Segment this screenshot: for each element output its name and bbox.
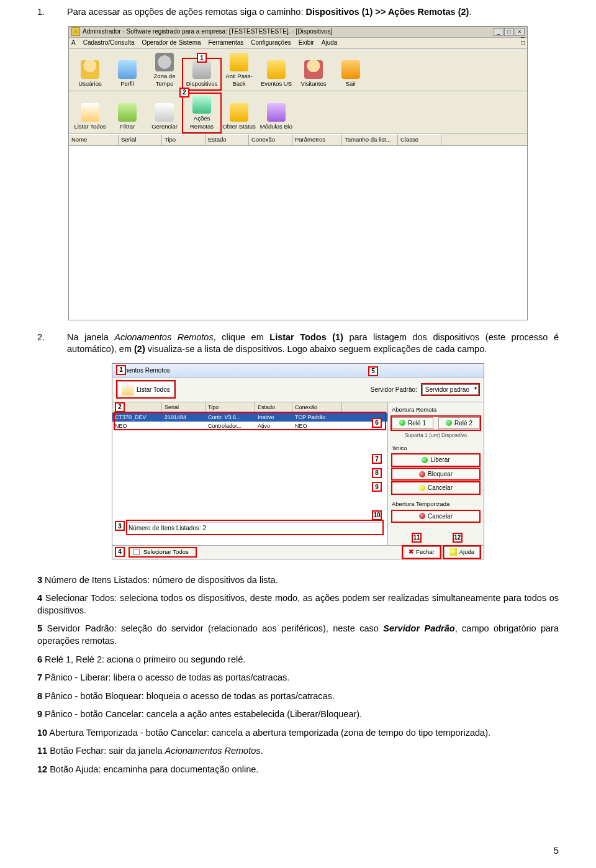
grid-body	[69, 146, 527, 320]
tb-filtrar[interactable]: Filtrar	[109, 102, 146, 132]
callout-d2: 2	[115, 402, 125, 412]
maximize-button[interactable]: □	[504, 28, 514, 36]
hl-fechar	[402, 545, 441, 559]
menu-operador[interactable]: Operador de Sistema	[142, 38, 201, 47]
highlight-2	[182, 93, 222, 133]
desc-8: 8 Pânico - botão Bloquear: bloqueia o ac…	[37, 690, 559, 703]
tb-status[interactable]: Obter Status	[220, 102, 258, 132]
exit-icon	[341, 60, 360, 79]
profile-icon	[118, 60, 137, 79]
dialog-statusbar: 4 Selecionar Todos 11 ✖Fechar 12 Ajuda	[112, 545, 484, 559]
bloquear-button[interactable]: Bloquear	[392, 468, 480, 481]
col-estado[interactable]: Estado	[205, 134, 249, 145]
menu-ferramentas[interactable]: Ferramentas	[209, 38, 244, 47]
step-1-suffix: .	[469, 7, 471, 17]
callout-d12: 12	[453, 533, 463, 543]
minimize-button[interactable]: _	[494, 28, 503, 36]
menu-exibir[interactable]: Exibir	[299, 38, 314, 47]
desc-12: 12 Botão Ajuda: encaminha para documenta…	[37, 764, 559, 776]
cancelar-panico-button[interactable]: Cancelar	[392, 482, 480, 494]
desc-11: 11 Botão Fechar: sair da janela Acioname…	[37, 745, 559, 757]
tb-perfil[interactable]: Perfil	[109, 59, 146, 89]
timezone-icon	[155, 53, 174, 71]
col-param[interactable]: Parâmetros	[292, 134, 342, 145]
tb-sair[interactable]: Sair	[332, 59, 369, 89]
tb-visitantes[interactable]: Visitantes	[295, 59, 332, 89]
callout-1: 1	[197, 53, 207, 63]
events-icon	[267, 60, 286, 79]
dialog-toolbar: Listar Todos Servidor Padrão: Servidor p…	[112, 377, 484, 402]
col-serial[interactable]: Serial	[119, 134, 162, 145]
tb-zona[interactable]: Zona de Tempo	[146, 52, 183, 90]
tb-listar[interactable]: Listar Todos	[71, 102, 109, 132]
col-tipo[interactable]: Tipo	[162, 134, 205, 145]
panico-label: 'ânico	[392, 445, 481, 453]
abertura-temporizada-label: Abertura Temporizada	[392, 500, 481, 509]
desc-10: 10 Abertura Temporizada - botão Cancelar…	[37, 727, 559, 739]
col-classe[interactable]: Classe	[398, 134, 441, 145]
step-2: 2. Na janela Acionamentos Remotos, cliqu…	[37, 332, 559, 356]
device-grid: 2 me Serial Tipo Estado Conexão CT370_DE…	[112, 402, 387, 545]
menu-config[interactable]: Configurações	[251, 38, 291, 47]
window-title: Administrador - Software registrado para…	[83, 27, 494, 36]
col-nome[interactable]: Nome	[69, 134, 119, 145]
col2-conexao[interactable]: Conexão	[292, 402, 342, 412]
tb-acoes-remotas[interactable]: Ações Remotas 2	[183, 94, 220, 132]
desc-5: 5 Servidor Padrão: seleção do servidor (…	[37, 623, 559, 647]
filter-icon	[118, 103, 137, 122]
toolbar-row-1: Usuários Perfil Zona de Tempo Dispositiv…	[69, 49, 527, 92]
col2-estado[interactable]: Estado	[255, 402, 292, 412]
tb-eventos[interactable]: Eventos US	[258, 59, 295, 89]
mdi-minimize[interactable]: _	[521, 30, 525, 39]
apb-icon	[230, 53, 248, 71]
app-icon-inner: A	[71, 38, 76, 47]
desc-6: 6 Relé 1, Relé 2: aciona o primeiro ou s…	[37, 654, 559, 666]
cancelar-temp-button[interactable]: Cancelar	[392, 510, 480, 523]
menu-ajuda[interactable]: Ajuda	[322, 38, 338, 47]
tb-modulos[interactable]: Módulos Bio	[258, 102, 295, 132]
manage-icon	[155, 103, 174, 122]
num-itens-area: 3 Número de Itens Listados: 2	[116, 522, 384, 533]
tb-usuarios[interactable]: Usuários	[71, 59, 109, 89]
liberar-button[interactable]: Liberar	[392, 454, 480, 466]
hl-seltodos	[129, 547, 197, 558]
callout-d9: 9	[372, 482, 382, 492]
callout-d3: 3	[115, 521, 125, 531]
status-icon	[230, 103, 248, 122]
listar-todos-button[interactable]: Listar Todos	[117, 381, 174, 397]
col2-serial[interactable]: Serial	[162, 402, 205, 412]
callout-d5: 5	[368, 366, 378, 376]
col-conexao[interactable]: Conexão	[249, 134, 292, 145]
callout-d11: 11	[412, 533, 422, 543]
support-note: Suporta 1 (um) Dispositivo	[391, 431, 481, 443]
hl-cancelar	[391, 481, 481, 495]
step-1-num: 1.	[37, 6, 50, 19]
col2-tipo[interactable]: Tipo	[205, 402, 255, 412]
list-all-icon	[81, 103, 99, 122]
callout-d8: 8	[372, 468, 382, 478]
hl-numitens	[126, 520, 384, 535]
hl-rows	[114, 412, 386, 430]
step-1: 1. Para acessar as opções de ações remot…	[37, 6, 559, 19]
step-1-text: Para acessar as opções de ações remotas …	[67, 6, 559, 19]
screenshot-remotos-dialog: namentos Remotos 1 Listar Todos Servidor…	[112, 363, 484, 559]
tb-gerenciar[interactable]: Gerenciar	[146, 102, 183, 132]
servidor-padrao-select[interactable]: Servidor padrao	[422, 384, 479, 396]
modules-icon	[267, 103, 286, 122]
callout-d6: 6	[372, 418, 382, 428]
visitors-icon	[304, 60, 323, 79]
mdi-maximize[interactable]: □	[521, 38, 525, 47]
hl-servidor	[421, 383, 480, 397]
toolbar-row-2: Listar Todos Filtrar Gerenciar Ações Rem…	[69, 91, 527, 134]
tb-apb[interactable]: Anti Pass-Back	[220, 52, 258, 90]
menu-cadastro[interactable]: Cadastro/Consulta	[83, 38, 135, 47]
callout-d1: 1	[116, 365, 126, 375]
callout-2: 2	[179, 88, 189, 97]
abertura-remota-label: Abertura Remota	[392, 406, 481, 414]
desc-7: 7 Pânico - Liberar: libera o acesso de t…	[37, 672, 559, 684]
col-tamanho[interactable]: Tamanho da list...	[342, 134, 398, 145]
mdi-title: A Cadastro/Consulta Operador de Sistema …	[69, 38, 527, 49]
hl-listar	[116, 380, 176, 399]
tb-dispositivos[interactable]: Dispositivos 1	[183, 59, 220, 89]
app-icon: A	[71, 27, 80, 36]
